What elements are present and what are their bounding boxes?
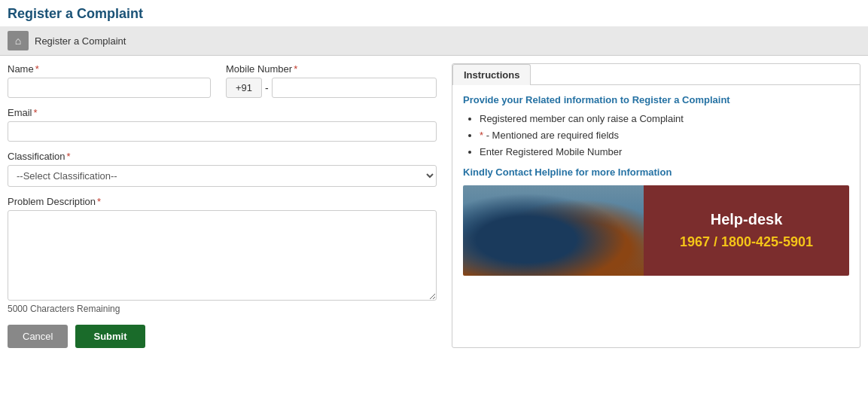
classification-group: Classification* --Select Classification-…: [8, 151, 437, 187]
instructions-headline: Provide your Related information to Regi…: [463, 94, 849, 105]
email-input[interactable]: [8, 121, 437, 142]
mobile-group: Mobile Number* +91 -: [226, 63, 437, 98]
char-count: 5000 Characters Remaining: [8, 304, 437, 314]
mobile-input[interactable]: [272, 78, 437, 98]
page-title: Register a Complaint: [0, 0, 868, 26]
name-group: Name*: [8, 63, 211, 98]
mobile-row: +91 -: [226, 78, 437, 98]
mobile-dash: -: [265, 82, 269, 94]
instructions-tab: Instructions: [452, 64, 860, 85]
name-input[interactable]: [8, 78, 211, 98]
helpdesk-title: Help-desk: [711, 211, 783, 228]
country-code: +91: [226, 78, 262, 98]
classification-label: Classification*: [8, 151, 437, 162]
classification-select[interactable]: --Select Classification--: [8, 165, 437, 187]
breadcrumb-text: Register a Complaint: [35, 35, 126, 47]
helpdesk-photo-inner: [463, 185, 644, 276]
button-row: Cancel Submit: [8, 325, 437, 348]
instruction-item-1: Registered member can only raise a Compl…: [480, 113, 849, 124]
helpdesk-photo: [463, 185, 644, 276]
mobile-label: Mobile Number*: [226, 63, 437, 75]
description-group: Problem Description*: [8, 196, 437, 301]
description-label: Problem Description*: [8, 196, 437, 207]
instruction-item-3: Enter Registered Mobile Number: [480, 146, 849, 157]
instructions-section: Instructions Provide your Related inform…: [452, 63, 860, 348]
helpdesk-info: Help-desk 1967 / 1800-425-5901: [644, 185, 849, 276]
helpline-text: Kindly Contact Helpline for more Informa…: [463, 166, 849, 178]
main-container: Name* Mobile Number* +91 - Email*: [0, 56, 868, 356]
home-icon[interactable]: ⌂: [8, 31, 29, 50]
instructions-body: Provide your Related information to Regi…: [452, 85, 860, 285]
email-label: Email*: [8, 107, 437, 118]
instructions-list: Registered member can only raise a Compl…: [463, 113, 849, 157]
name-label: Name*: [8, 63, 211, 75]
form-section: Name* Mobile Number* +91 - Email*: [8, 63, 437, 348]
name-mobile-row: Name* Mobile Number* +91 -: [8, 63, 437, 98]
instruction-item-2: * - Mentioned are required fields: [480, 130, 849, 141]
description-textarea[interactable]: [8, 210, 437, 301]
email-group: Email*: [8, 107, 437, 142]
breadcrumb-bar: ⌂ Register a Complaint: [0, 26, 868, 56]
submit-button[interactable]: Submit: [75, 325, 145, 348]
helpdesk-number: 1967 / 1800-425-5901: [680, 234, 813, 250]
instructions-tab-label: Instructions: [452, 64, 531, 85]
cancel-button[interactable]: Cancel: [8, 325, 68, 348]
helpdesk-banner: Help-desk 1967 / 1800-425-5901: [463, 185, 849, 276]
